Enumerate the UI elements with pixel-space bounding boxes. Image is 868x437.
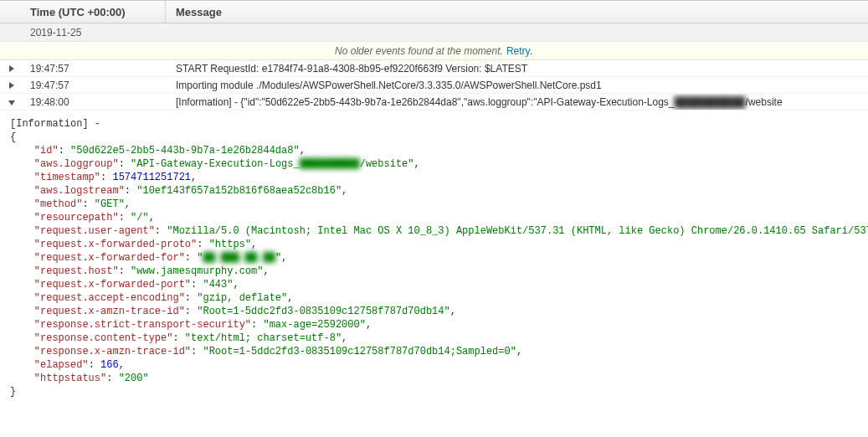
expand-caret-icon[interactable] [9,65,14,72]
redacted-text: ██████████ [675,96,746,108]
log-row-expanded[interactable]: 19:48:00 [Information] - {"id":"50d622e5… [0,94,868,111]
log-message: START RequestId: e1784f74-91a8-4308-8b95… [166,60,868,76]
no-older-events-row: No older events found at the moment. Ret… [0,42,868,60]
date-group-row: 2019-11-25 [0,23,868,42]
redacted-text: ██.███.██.██ [203,252,275,264]
table-header: Time (UTC +00:00) Message [0,0,868,23]
log-message: [Information] - {"id":"50d622e5-2bb5-443… [166,94,868,110]
log-message: Importing module ./Modules/AWSPowerShell… [166,77,868,93]
redacted-text: ██████████ [300,158,360,170]
collapse-caret-icon[interactable] [8,100,15,105]
time-column-header[interactable]: Time (UTC +00:00) [23,1,166,23]
message-column-header[interactable]: Message [166,1,868,23]
expand-caret-icon[interactable] [9,82,14,89]
log-time: 19:47:57 [23,60,166,76]
date-group-label: 2019-11-25 [30,27,81,39]
log-row[interactable]: 19:47:57 Importing module ./Modules/AWSP… [0,77,868,94]
log-detail-panel: [Information] - { "id": "50d622e5-2bb5-4… [0,111,868,405]
log-time: 19:47:57 [23,77,166,93]
no-older-text: No older events found at the moment. [335,45,503,57]
detail-header: [Information] - [10,118,100,130]
log-time: 19:48:00 [23,94,166,110]
retry-link[interactable]: Retry [506,45,531,57]
log-row[interactable]: 19:47:57 START RequestId: e1784f74-91a8-… [0,60,868,77]
